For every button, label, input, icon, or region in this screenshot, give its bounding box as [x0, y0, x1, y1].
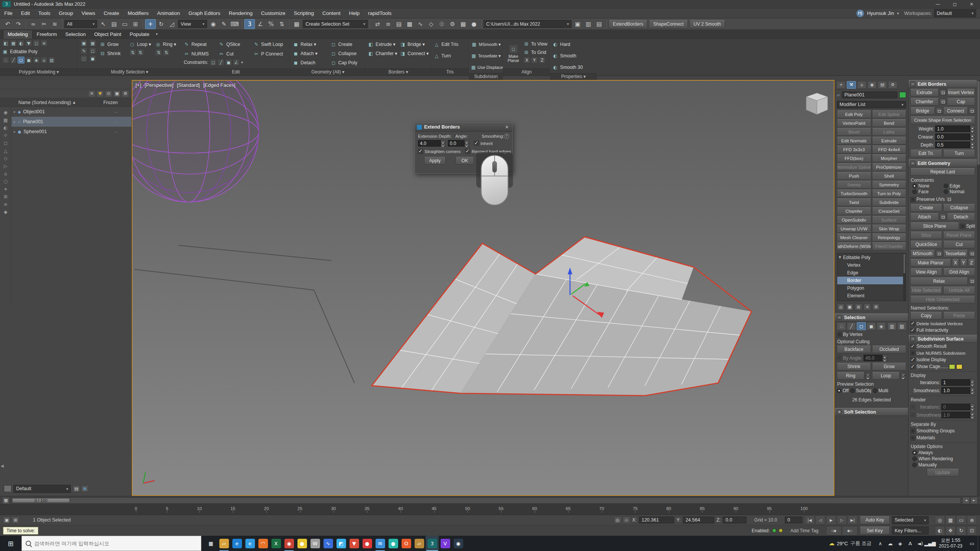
ribbon-toggle-icon[interactable]: ▩	[404, 19, 415, 29]
ribbon-button[interactable]: ✎QSlice	[219, 40, 253, 49]
preset-select[interactable]: Default▾	[13, 485, 71, 493]
display-iterations-spinner[interactable]: 1	[941, 379, 975, 386]
z-coordinate-field[interactable]: 0.0	[723, 517, 746, 523]
align-icon[interactable]: ≡	[383, 19, 394, 29]
border-mode-icon[interactable]: ◻	[18, 57, 24, 64]
update-option-radio[interactable]: When Rendering	[912, 456, 973, 462]
dialog-close-icon[interactable]: ✕	[503, 124, 510, 130]
axis-button[interactable]: Z	[539, 57, 546, 64]
named-selection-sets-icon[interactable]: ▦	[291, 19, 302, 29]
explorer-row[interactable]: ▸ ◆ Object001 —	[11, 107, 131, 117]
constraints-chevron-icon[interactable]: ▾	[241, 60, 243, 64]
select-preview-icon[interactable]: ▧	[897, 322, 906, 330]
extension-depth-spinner[interactable]: 4.0	[418, 140, 446, 147]
vertex-mode-icon[interactable]: ∴	[2, 57, 9, 64]
ribbon-button[interactable]: ◼Relax ▾	[293, 40, 328, 49]
close-button[interactable]: ✕	[963, 0, 980, 8]
stack-expand-icon[interactable]: ▼	[839, 256, 841, 259]
modifier-button[interactable]: Mesh Cleaner	[837, 233, 871, 241]
ribbon-button[interactable]: ◻Collapse	[330, 49, 363, 58]
add-time-tag[interactable]: Add Time Tag	[791, 528, 818, 533]
explorer-row[interactable]: ▸ ▱ Plane001 —	[11, 117, 131, 127]
ignore-backfacing-icon[interactable]: ▥	[48, 57, 55, 64]
modifier-button[interactable]: Edit Spline	[872, 110, 906, 118]
detach-button[interactable]: Detach	[947, 213, 975, 221]
modifier-button[interactable]: Surface	[872, 216, 906, 224]
zoom-extents-icon[interactable]: ▭	[956, 515, 966, 525]
ribbon-button[interactable]: ◧Extrude ▾	[368, 40, 398, 49]
ribbon-button[interactable]: ◐Smooth 30	[552, 63, 595, 72]
create-tab-icon[interactable]: +	[836, 81, 846, 89]
panel-label[interactable]: Polygon Modeling ▾	[0, 68, 78, 75]
cap-button[interactable]: Cap	[947, 98, 975, 106]
select-and-move-icon[interactable]: +	[145, 19, 156, 29]
project-path-select[interactable]: C:\Users\UI...ds Max 2022▾	[483, 20, 572, 28]
stack-subobject-row[interactable]: Element	[837, 292, 906, 300]
column-frozen[interactable]: Frozen	[101, 100, 131, 105]
depth-spinner[interactable]: 0.5	[935, 142, 975, 148]
ribbon-button[interactable]: ◼Detach	[293, 58, 328, 67]
object-name-field[interactable]: Plane001	[842, 91, 897, 98]
notification-center-icon[interactable]: ▭	[966, 536, 978, 551]
create-shape-button[interactable]: Create Shape From Selection	[910, 116, 975, 124]
edit-borders-rollout-header[interactable]: − Edit Borders	[908, 80, 977, 88]
make-planar-button[interactable]: Make Planar	[910, 259, 951, 267]
script-button[interactable]: ShapeConnect	[649, 20, 688, 28]
angle-spinner[interactable]: 0.0	[448, 140, 469, 147]
extrude-settings-button[interactable]	[940, 90, 946, 96]
zoom-all-icon[interactable]: ▦	[946, 515, 956, 525]
sort-ascending-icon[interactable]: ▲	[73, 101, 75, 104]
selection-filter-select[interactable]: All▾	[64, 20, 97, 28]
insert-vertex-button[interactable]: Insert Vertex	[947, 89, 975, 96]
play-icon[interactable]: ▶	[826, 515, 836, 525]
preview-mode-radio[interactable]: Off	[837, 388, 849, 393]
split-checkbox[interactable]	[960, 224, 965, 229]
update-button[interactable]: Update	[927, 469, 959, 476]
firefox-icon[interactable]: ◠	[256, 536, 270, 551]
preserve-uvs-checkbox[interactable]	[910, 197, 915, 202]
outline-select-icon[interactable]: ◻	[89, 47, 96, 54]
modifier-button[interactable]: Extrude	[872, 137, 906, 145]
explorer-collapse-icon[interactable]: ◀	[1, 464, 4, 468]
modifier-button[interactable]: Push	[837, 172, 871, 180]
smooth-result-checkbox[interactable]	[910, 344, 915, 349]
constraint-face-icon[interactable]: ◼	[225, 59, 232, 66]
go-to-end-icon[interactable]: ▶|	[848, 515, 858, 525]
modifier-button[interactable]: CreaseSet	[872, 207, 906, 215]
materials-checkbox[interactable]	[910, 435, 915, 440]
attach-button[interactable]: Attach	[910, 213, 939, 221]
current-frame-field[interactable]: 0	[785, 517, 802, 523]
hierarchy-arrow-icon[interactable]: ▸	[14, 110, 16, 114]
smoothing-groups-checkbox[interactable]	[910, 429, 915, 434]
user-menu-chevron-icon[interactable]: ▾	[897, 11, 899, 15]
workspace-select[interactable]: Default▾	[934, 9, 976, 17]
collapse-stack-icon[interactable]: ▼	[25, 40, 32, 47]
relax-button[interactable]: Relax	[910, 277, 968, 285]
display-all-icon[interactable]: ◉	[3, 110, 7, 115]
orbit-icon[interactable]: ↻	[956, 526, 966, 535]
planar-axis-button[interactable]: X	[952, 259, 959, 267]
snaps-toggle-icon[interactable]: 3	[244, 19, 255, 29]
slice-plane-button[interactable]: Slice Plane	[910, 222, 959, 230]
planar-axis-button[interactable]: Z	[968, 259, 975, 267]
viewport-general-menu[interactable]: [+]	[136, 82, 141, 88]
hierarchy-tab-icon[interactable]: ⌂	[857, 81, 866, 89]
select-object-icon[interactable]: ↖	[98, 19, 109, 29]
view-cube[interactable]	[806, 93, 828, 114]
respect-hard-edges-checkbox[interactable]	[465, 149, 470, 154]
redo-icon[interactable]: ↷	[13, 19, 24, 29]
border-subobject-icon[interactable]: ◻	[857, 322, 866, 330]
constraint-edge-icon[interactable]: ╱	[217, 59, 224, 66]
angle-snap-icon[interactable]: ∠	[255, 19, 266, 29]
ribbon-button[interactable]: ✎Repeat	[184, 40, 218, 49]
menu-item[interactable]: Views	[77, 9, 100, 18]
display-tab-icon[interactable]: ▤	[878, 81, 887, 89]
keyboard-shortcut-override-icon[interactable]: ⌨	[229, 19, 240, 29]
ribbon-button[interactable]: ◨Bridge ▾	[400, 40, 429, 49]
ribbon-button[interactable]: ⊞To View	[523, 40, 547, 48]
preview-mode-radio[interactable]: Multi	[873, 388, 888, 393]
ribbon-tab[interactable]: Populate	[126, 30, 154, 39]
isoline-display-checkbox[interactable]	[910, 357, 915, 362]
by-vertex-checkbox[interactable]	[837, 332, 842, 337]
onedrive-icon[interactable]: ☁	[885, 538, 895, 549]
